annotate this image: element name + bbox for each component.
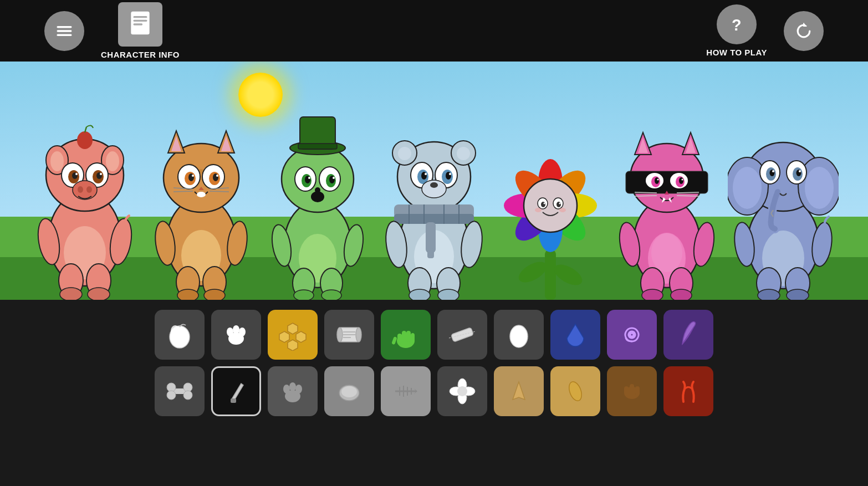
svg-point-173 — [805, 167, 834, 209]
tool-antler[interactable] — [663, 366, 713, 416]
svg-point-188 — [758, 289, 780, 300]
svg-point-240 — [457, 386, 467, 396]
svg-point-150 — [679, 177, 683, 184]
svg-point-100 — [449, 173, 451, 175]
svg-point-84 — [294, 290, 314, 300]
tool-claw[interactable] — [607, 366, 657, 416]
character-green-creature[interactable] — [262, 89, 373, 300]
svg-rect-3 — [131, 12, 149, 35]
svg-rect-209 — [397, 334, 402, 344]
svg-point-79 — [311, 191, 324, 202]
svg-point-53 — [197, 192, 206, 197]
svg-rect-5 — [134, 20, 147, 22]
svg-point-76 — [308, 177, 310, 179]
character-polar-bear[interactable] — [379, 89, 489, 300]
character-cat[interactable] — [146, 89, 257, 300]
how-to-play-button-group[interactable]: ? HOW TO PLAY — [706, 4, 767, 57]
svg-point-197 — [238, 337, 242, 342]
tool-snail[interactable] — [607, 310, 657, 360]
character-pink-cat-mask[interactable] — [611, 89, 722, 300]
svg-point-194 — [233, 325, 239, 334]
svg-point-133 — [544, 203, 545, 204]
how-to-play-button[interactable]: ? — [717, 4, 757, 44]
tool-apple[interactable] — [155, 310, 205, 360]
svg-point-181 — [799, 170, 801, 172]
svg-point-241 — [566, 380, 584, 403]
svg-point-15 — [50, 151, 64, 171]
svg-rect-4 — [134, 16, 147, 18]
toolbar-row-2 — [155, 366, 713, 416]
character-pig[interactable] — [29, 89, 140, 300]
tool-fishbone[interactable] — [381, 366, 431, 416]
svg-point-131 — [541, 202, 545, 207]
svg-point-85 — [321, 290, 341, 300]
svg-point-160 — [651, 233, 682, 272]
svg-marker-199 — [279, 331, 289, 342]
svg-rect-244 — [630, 384, 634, 394]
svg-point-134 — [559, 203, 561, 204]
svg-point-180 — [772, 170, 774, 172]
top-bar-right: ? HOW TO PLAY — [706, 4, 824, 57]
svg-point-36 — [164, 144, 239, 212]
svg-line-156 — [635, 192, 657, 193]
tool-stone[interactable] — [324, 366, 374, 416]
svg-point-191 — [171, 325, 180, 336]
character-info-button[interactable] — [118, 2, 162, 47]
svg-point-195 — [239, 328, 246, 336]
svg-point-229 — [341, 386, 357, 397]
svg-rect-69 — [298, 144, 337, 149]
svg-point-196 — [230, 337, 234, 342]
menu-button[interactable] — [44, 11, 84, 51]
svg-text:?: ? — [732, 16, 742, 34]
svg-point-99 — [425, 173, 427, 175]
tool-horn[interactable] — [494, 366, 544, 416]
tool-bone[interactable] — [155, 366, 205, 416]
tool-water-drop[interactable] — [550, 310, 600, 360]
svg-point-203 — [337, 328, 343, 342]
svg-point-227 — [295, 385, 302, 393]
svg-point-172 — [733, 167, 762, 209]
svg-point-189 — [787, 289, 809, 300]
tool-feather[interactable] — [663, 310, 713, 360]
tool-bandage[interactable] — [437, 310, 487, 360]
tool-paw-print[interactable] — [211, 310, 261, 360]
tool-paw-gray[interactable] — [268, 366, 318, 416]
character-info-button-group[interactable]: CHARACTER INFO — [101, 2, 180, 59]
character-info-icon — [128, 11, 152, 38]
tool-seed[interactable] — [550, 366, 600, 416]
menu-button-group[interactable] — [44, 11, 84, 51]
svg-point-33 — [88, 288, 110, 300]
svg-marker-198 — [288, 323, 298, 334]
svg-point-119 — [551, 260, 585, 289]
character-info-label: CHARACTER INFO — [101, 50, 180, 59]
tool-knife[interactable] — [211, 366, 261, 416]
svg-point-16 — [106, 151, 119, 171]
reset-button[interactable] — [784, 11, 824, 51]
svg-line-157 — [635, 196, 657, 196]
reset-button-group[interactable] — [784, 11, 824, 51]
scene — [0, 62, 868, 300]
tool-egg[interactable] — [494, 310, 544, 360]
svg-point-136 — [559, 208, 566, 212]
svg-rect-223 — [231, 398, 236, 403]
tool-green-handprint[interactable] — [381, 310, 431, 360]
reset-icon — [794, 21, 814, 41]
tool-flower[interactable] — [437, 366, 487, 416]
svg-point-151 — [657, 179, 659, 181]
top-bar: CHARACTER INFO ? HOW TO PLAY — [0, 0, 868, 62]
svg-point-25 — [73, 181, 97, 199]
svg-point-32 — [60, 288, 82, 300]
svg-point-118 — [515, 258, 550, 287]
svg-point-26 — [78, 186, 83, 193]
svg-rect-213 — [391, 336, 397, 345]
character-flower[interactable] — [495, 89, 606, 300]
svg-point-149 — [655, 177, 659, 184]
svg-point-216 — [510, 325, 528, 347]
svg-point-222 — [183, 391, 192, 400]
tool-honeycomb[interactable] — [268, 310, 318, 360]
how-to-play-label: HOW TO PLAY — [706, 48, 767, 57]
svg-rect-211 — [406, 331, 411, 342]
character-elephant[interactable] — [728, 89, 839, 300]
tool-scroll[interactable] — [324, 310, 374, 360]
svg-rect-210 — [402, 331, 406, 342]
